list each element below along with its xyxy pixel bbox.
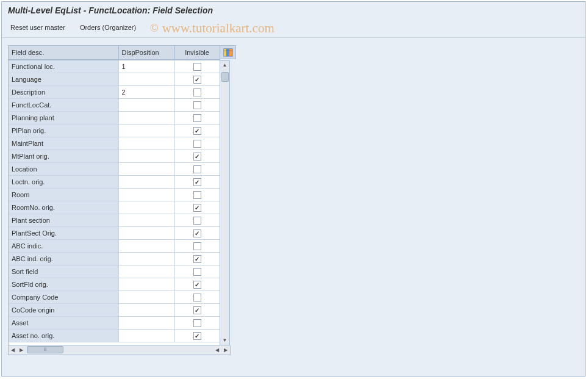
disp-position-cell[interactable] xyxy=(118,265,174,278)
disp-position-cell[interactable] xyxy=(118,150,174,163)
field-desc-cell[interactable]: Loctn. orig. xyxy=(9,176,118,189)
field-desc-cell[interactable]: Sort field xyxy=(9,265,118,278)
disp-position-cell[interactable] xyxy=(118,291,174,304)
invisible-checkbox[interactable] xyxy=(193,217,201,225)
invisible-checkbox[interactable] xyxy=(193,229,201,237)
hscroll-thumb[interactable] xyxy=(27,346,63,353)
invisible-checkbox[interactable] xyxy=(193,63,201,71)
field-desc-cell[interactable]: Asset no. orig. xyxy=(9,330,118,342)
disp-position-cell[interactable] xyxy=(118,163,174,176)
toolbar: Reset user master Orders (Organizer) xyxy=(2,20,585,38)
scroll-up-arrow-icon[interactable]: ▲ xyxy=(221,61,229,70)
vertical-scrollbar[interactable]: ▲ ▼ xyxy=(220,60,230,345)
invisible-cell xyxy=(174,112,220,125)
disp-position-cell[interactable] xyxy=(118,176,174,189)
scroll-left2-arrow-icon[interactable]: ◀ xyxy=(213,345,221,354)
disp-position-cell[interactable] xyxy=(118,214,174,227)
invisible-checkbox[interactable] xyxy=(193,101,201,109)
scroll-down-arrow-icon[interactable]: ▼ xyxy=(221,336,229,345)
disp-position-cell[interactable] xyxy=(118,330,174,342)
table-row: RoomNo. orig. xyxy=(9,201,220,214)
invisible-checkbox[interactable] xyxy=(193,178,201,186)
field-desc-cell[interactable]: RoomNo. orig. xyxy=(9,201,118,214)
invisible-cell xyxy=(174,86,220,99)
field-desc-cell[interactable]: PlPlan orig. xyxy=(9,125,118,137)
invisible-checkbox[interactable] xyxy=(193,127,201,135)
invisible-checkbox[interactable] xyxy=(193,153,201,161)
disp-position-cell[interactable] xyxy=(118,137,174,150)
table-settings-icon[interactable] xyxy=(223,48,233,57)
invisible-cell xyxy=(174,304,220,317)
field-desc-cell[interactable]: Company Code xyxy=(9,291,118,304)
invisible-checkbox[interactable] xyxy=(193,281,201,289)
invisible-checkbox[interactable] xyxy=(193,76,201,84)
invisible-checkbox[interactable] xyxy=(193,191,201,199)
field-desc-cell[interactable]: Plant section xyxy=(9,214,118,227)
invisible-checkbox[interactable] xyxy=(193,268,201,276)
scroll-left-arrow-icon[interactable]: ◀ xyxy=(9,345,17,354)
disp-position-cell[interactable] xyxy=(118,240,174,253)
scroll-right-arrow-icon[interactable]: ▶ xyxy=(17,345,26,354)
disp-position-cell[interactable] xyxy=(118,201,174,214)
disp-position-cell[interactable] xyxy=(118,99,174,112)
disp-position-cell[interactable] xyxy=(118,189,174,201)
table-row: PlantSect Orig. xyxy=(9,227,220,240)
disp-position-cell[interactable] xyxy=(118,112,174,125)
invisible-checkbox[interactable] xyxy=(193,88,201,96)
invisible-checkbox[interactable] xyxy=(193,165,201,173)
field-desc-cell[interactable]: MtPlant orig. xyxy=(9,150,118,163)
orders-organizer-button[interactable]: Orders (Organizer) xyxy=(77,23,138,32)
disp-position-cell[interactable] xyxy=(118,253,174,265)
table-row: Functional loc.1 xyxy=(9,60,220,73)
disp-position-cell[interactable]: 1 xyxy=(118,60,174,73)
col-header-field-desc[interactable]: Field desc. xyxy=(9,46,118,59)
invisible-checkbox[interactable] xyxy=(193,114,201,122)
field-desc-cell[interactable]: MaintPlant xyxy=(9,137,118,150)
field-desc-cell[interactable]: Asset xyxy=(9,317,118,330)
invisible-checkbox[interactable] xyxy=(193,140,201,148)
field-desc-cell[interactable]: Language xyxy=(9,73,118,86)
field-desc-cell[interactable]: PlantSect Orig. xyxy=(9,227,118,240)
table-row: MtPlant orig. xyxy=(9,150,220,163)
disp-position-cell[interactable] xyxy=(118,317,174,330)
table-row: Planning plant xyxy=(9,112,220,125)
scroll-right2-arrow-icon[interactable]: ▶ xyxy=(221,345,230,354)
page-title: Multi-Level EqList - FunctLocation: Fiel… xyxy=(2,2,585,20)
field-desc-cell[interactable]: Room xyxy=(9,189,118,201)
invisible-checkbox[interactable] xyxy=(193,294,201,301)
field-desc-cell[interactable]: FunctLocCat. xyxy=(9,99,118,112)
invisible-checkbox[interactable] xyxy=(193,306,201,314)
field-desc-cell[interactable]: SortFld orig. xyxy=(9,278,118,291)
invisible-cell xyxy=(174,73,220,86)
disp-position-cell[interactable]: 2 xyxy=(118,86,174,99)
scroll-thumb[interactable] xyxy=(221,72,229,82)
invisible-checkbox[interactable] xyxy=(193,242,201,250)
scroll-track[interactable] xyxy=(221,70,229,336)
field-desc-cell[interactable]: CoCode origin xyxy=(9,304,118,317)
invisible-checkbox[interactable] xyxy=(193,204,201,212)
disp-position-cell[interactable] xyxy=(118,278,174,291)
invisible-checkbox[interactable] xyxy=(193,255,201,263)
field-desc-cell[interactable]: ABC ind. orig. xyxy=(9,253,118,265)
reset-user-master-button[interactable]: Reset user master xyxy=(8,23,68,32)
table-settings-cell xyxy=(220,45,236,59)
col-header-invisible[interactable]: Invisible xyxy=(174,46,220,59)
field-desc-cell[interactable]: Planning plant xyxy=(9,112,118,125)
invisible-cell xyxy=(174,330,220,342)
horizontal-scrollbar[interactable]: ◀ ▶ ◀ ▶ xyxy=(8,345,231,355)
invisible-cell xyxy=(174,99,220,112)
col-header-disp-position[interactable]: DispPosition xyxy=(118,46,174,59)
field-desc-cell[interactable]: Description xyxy=(9,86,118,99)
table-row: Company Code xyxy=(9,291,220,304)
table-row: FunctLocCat. xyxy=(9,99,220,112)
invisible-checkbox[interactable] xyxy=(193,319,201,327)
disp-position-cell[interactable] xyxy=(118,73,174,86)
table-row: ABC indic. xyxy=(9,240,220,253)
field-desc-cell[interactable]: Functional loc. xyxy=(9,60,118,73)
field-desc-cell[interactable]: ABC indic. xyxy=(9,240,118,253)
disp-position-cell[interactable] xyxy=(118,125,174,137)
disp-position-cell[interactable] xyxy=(118,227,174,240)
field-desc-cell[interactable]: Location xyxy=(9,163,118,176)
disp-position-cell[interactable] xyxy=(118,304,174,317)
invisible-checkbox[interactable] xyxy=(193,332,201,340)
